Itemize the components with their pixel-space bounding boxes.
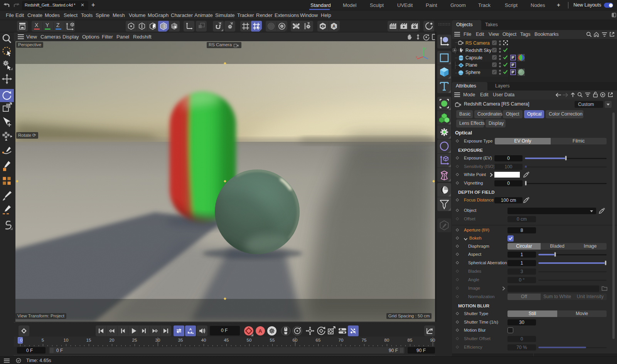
svg-text:A: A [258,328,262,334]
svg-text:A: A [332,24,335,29]
svg-text:Y: Y [424,47,427,50]
svg-text:X: X [416,55,418,59]
svg-text:A: A [189,327,192,331]
